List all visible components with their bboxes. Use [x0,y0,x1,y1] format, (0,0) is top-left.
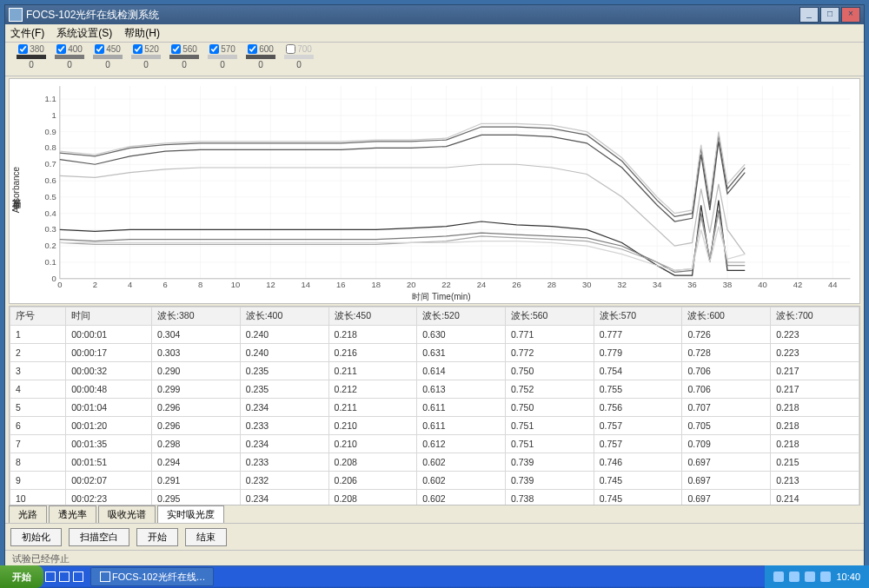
table-cell: 0.208 [328,490,417,506]
table-cell: 0.208 [328,453,417,472]
svg-text:10: 10 [231,281,240,289]
zero-value: 0 [258,60,263,69]
column-header[interactable]: 波长:450 [328,307,417,326]
app-icon [9,8,23,22]
column-header[interactable]: 波长:560 [506,307,594,326]
view-tab[interactable]: 实时吸光度 [157,505,224,523]
column-header[interactable]: 波长:570 [594,307,682,326]
taskbar[interactable]: 开始 FOCS-102光纤在线… 10:40 [0,565,869,588]
svg-text:0.9: 0.9 [45,128,56,136]
table-cell: 0.235 [240,380,328,399]
wavelength-toggle: 4500 [89,44,127,74]
action-button[interactable]: 初始化 [10,528,62,546]
table-row[interactable]: 700:01:350.2980.2340.2100.6120.7510.7570… [10,435,859,453]
table-row[interactable]: 500:01:040.2960.2340.2110.6110.7500.7560… [10,399,859,417]
wavelength-checkbox[interactable] [171,44,181,54]
table-cell: 00:01:20 [66,417,152,435]
table-cell: 7 [10,435,66,453]
wavelength-checkbox-label[interactable]: 560 [171,44,197,54]
table-cell: 0.631 [417,344,506,362]
table-cell: 00:01:35 [66,435,152,453]
tray-icon[interactable] [789,571,799,582]
color-swatch [246,55,275,59]
action-button[interactable]: 开始 [136,528,178,546]
action-button[interactable]: 结束 [185,528,227,546]
column-header[interactable]: 波长:380 [152,307,241,326]
wavelength-checkbox[interactable] [56,44,66,54]
menu-item[interactable]: 帮助(H) [124,26,160,41]
svg-text:0.7: 0.7 [45,160,56,168]
wavelength-checkbox-label[interactable]: 450 [95,44,121,54]
table-row[interactable]: 100:00:010.3040.2400.2180.6300.7710.7770… [10,326,859,344]
table-cell: 0.746 [594,453,682,472]
wavelength-checkbox[interactable] [133,44,143,54]
system-tray[interactable]: 10:40 [765,565,869,588]
table-cell: 0.212 [328,380,417,399]
data-table-panel[interactable]: 序号时间波长:380波长:400波长:450波长:520波长:560波长:570… [9,306,860,505]
tray-icon[interactable] [773,571,784,582]
view-tab[interactable]: 透光率 [49,505,96,523]
minimize-button[interactable]: _ [799,7,819,23]
table-cell: 0.211 [328,399,417,417]
table-cell: 0.752 [506,380,594,399]
table-row[interactable]: 400:00:480.2990.2350.2120.6130.7520.7550… [10,380,859,399]
table-cell: 0.217 [771,380,859,399]
svg-text:0.2: 0.2 [45,241,56,250]
close-button[interactable]: × [841,7,860,23]
menu-item[interactable]: 文件(F) [10,26,44,41]
wavelength-checkbox[interactable] [248,44,257,54]
wavelength-checkbox[interactable] [95,44,104,54]
menu-item[interactable]: 系统设置(S) [56,26,112,41]
table-row[interactable]: 900:02:070.2910.2320.2060.6020.7390.7450… [10,472,859,490]
wavelength-checkbox-label[interactable]: 400 [56,44,83,54]
table-cell: 0.206 [328,472,417,490]
view-tab[interactable]: 光路 [9,505,47,523]
svg-text:0.4: 0.4 [45,209,56,218]
wavelength-checkbox[interactable] [209,44,219,54]
column-header[interactable]: 波长:700 [771,307,859,326]
wavelength-checkbox-label[interactable]: 380 [18,44,44,54]
action-button[interactable]: 扫描空白 [69,528,129,546]
wavelength-checkbox-label[interactable]: 600 [248,44,274,54]
column-header[interactable]: 波长:600 [682,307,771,326]
table-cell: 0.739 [506,453,594,472]
wavelength-checkbox[interactable] [18,44,28,54]
table-row[interactable]: 800:01:510.2940.2330.2080.6020.7390.7460… [10,453,859,472]
table-row[interactable]: 300:00:320.2900.2350.2110.6140.7500.7540… [10,362,859,380]
table-row[interactable]: 1000:02:230.2950.2340.2080.6020.7380.745… [10,490,859,506]
table-row[interactable]: 600:01:200.2960.2330.2100.6110.7510.7570… [10,417,859,435]
zero-value: 0 [67,60,72,69]
quicklaunch-icon[interactable] [73,571,83,582]
svg-text:8: 8 [198,281,202,289]
table-cell: 0.216 [328,344,417,362]
view-tab[interactable]: 吸收光谱 [98,505,156,523]
y-axis-label: 吸光度 Absorbance [10,79,23,303]
column-header[interactable]: 时间 [66,307,152,326]
wavelength-checkbox-label[interactable]: 520 [133,44,159,54]
tray-icon[interactable] [805,571,815,582]
table-row[interactable]: 200:00:170.3030.2400.2160.6310.7720.7790… [10,344,859,362]
chart-plot-area[interactable]: 0246810121416182022242628303234363840424… [23,79,859,303]
column-header[interactable]: 序号 [10,307,66,326]
table-cell: 00:01:51 [66,453,152,472]
table-cell: 0.613 [417,380,506,399]
titlebar[interactable]: FOCS-102光纤在线检测系统 _ □ × [5,5,864,24]
table-cell: 0.210 [328,417,417,435]
clock[interactable]: 10:40 [836,571,860,582]
tray-icon[interactable] [820,571,831,582]
wavelength-checkbox-label[interactable]: 700 [286,44,312,54]
table-cell: 0.750 [506,362,594,380]
table-cell: 0.232 [240,472,328,490]
column-header[interactable]: 波长:400 [240,307,328,326]
quicklaunch-icon[interactable] [45,571,56,582]
column-header[interactable]: 波长:520 [417,307,506,326]
maximize-button[interactable]: □ [820,7,839,23]
svg-text:26: 26 [512,281,521,289]
quicklaunch-icon[interactable] [59,571,70,582]
table-cell: 0.707 [682,399,771,417]
wavelength-checkbox-label[interactable]: 570 [209,44,235,54]
taskbar-app-button[interactable]: FOCS-102光纤在线… [90,567,214,586]
wavelength-checkbox[interactable] [286,44,295,54]
start-button[interactable]: 开始 [0,565,43,588]
table-cell: 0.303 [152,344,241,362]
